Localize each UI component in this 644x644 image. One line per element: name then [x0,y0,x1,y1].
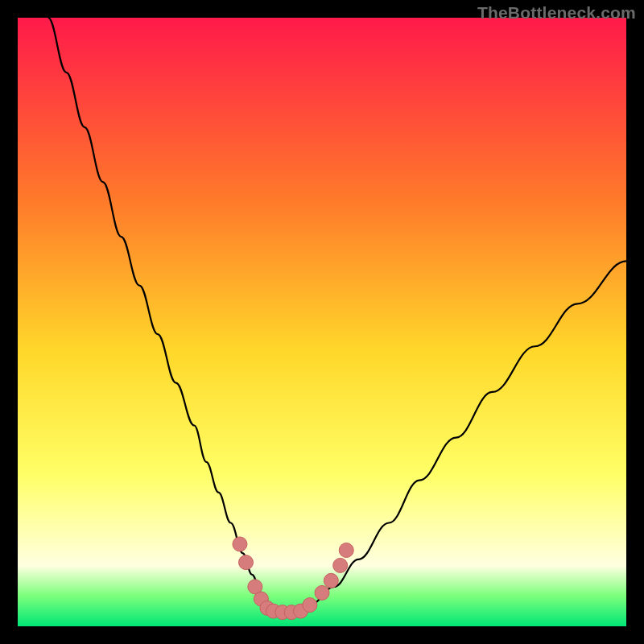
marker-dot [333,558,348,572]
marker-dot [233,537,247,551]
chart-frame [18,18,626,626]
marker-dot [315,585,329,600]
bottleneck-plot [18,18,626,626]
marker-dot [239,555,254,570]
marker-dot [324,573,338,588]
marker-dot [303,598,317,613]
marker-dot [339,543,353,558]
gradient-background [18,18,626,626]
watermark-text: TheBottleneck.com [477,3,636,23]
